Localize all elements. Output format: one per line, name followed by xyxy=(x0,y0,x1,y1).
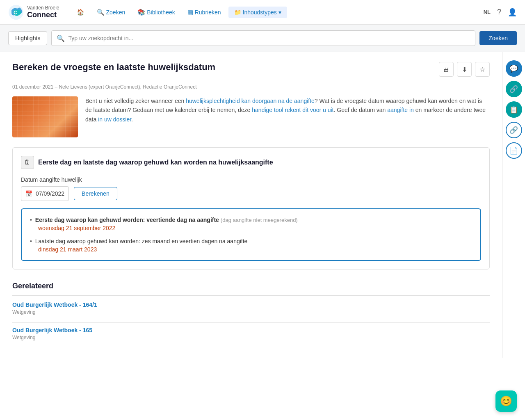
related-section: Gerelateerd Oud Burgerlijk Wetboek - 164… xyxy=(12,282,490,340)
result-label-2: • Laatste dag waarop gehuwd kan worden: … xyxy=(30,238,472,244)
calculate-button[interactable]: Berekenen xyxy=(74,187,117,200)
main-nav: 🏠 🔍 Zoeken 📚 Bibliotheek ▦ Rubrieken 📁 I… xyxy=(72,6,484,18)
search-icon: 🔍 xyxy=(57,34,65,42)
related-link-1[interactable]: Oud Burgerlijk Wetboek - 164/1 xyxy=(12,301,97,308)
link-in-uw-dossier[interactable]: in uw dossier xyxy=(98,116,131,123)
bookmark-button[interactable]: ☆ xyxy=(475,62,490,77)
grid-icon: ▦ xyxy=(187,9,193,16)
link-huwelijksplechtigheid[interactable]: huwelijksplechtigheid kan doorgaan na de… xyxy=(186,98,315,104)
calculator-icon: 🗓 xyxy=(21,156,34,169)
link-handige-tool[interactable]: handige tool rekent dit voor u uit xyxy=(252,107,333,113)
sidebar-copy-btn[interactable]: 📄 xyxy=(506,142,522,159)
bullet-1: • xyxy=(30,217,32,223)
tool-box: 🗓 Eerste dag en laatste dag waarop gehuw… xyxy=(12,147,490,269)
folder-icon: 📁 xyxy=(234,9,241,16)
main-container: Bereken de vroegste en laatste huwelijks… xyxy=(0,52,525,358)
calendar-icon: 📅 xyxy=(25,190,32,197)
search-bar: Highlights 🔍 Zoeken xyxy=(0,25,525,52)
related-item-2: Oud Burgerlijk Wetboek - 165 Wetgeving xyxy=(12,327,490,340)
chevron-down-icon: ▾ xyxy=(278,9,281,16)
article-meta: 01 december 2021 – Nele Lievens (expert … xyxy=(12,84,490,90)
print-button[interactable]: 🖨 xyxy=(439,62,454,77)
article-actions: 🖨 ⬇ ☆ xyxy=(439,62,490,77)
svg-text:C: C xyxy=(14,10,17,16)
result-box: • Eerste dag waarop kan gehuwd worden: v… xyxy=(21,208,481,261)
result-date-2: dinsdag 21 maart 2023 xyxy=(38,246,472,253)
home-icon: 🏠 xyxy=(77,9,84,16)
logo-icon: C xyxy=(8,5,24,20)
related-divider xyxy=(12,295,490,296)
sidebar-link-btn-1[interactable]: 🔗 xyxy=(506,81,522,97)
sidebar-list-btn[interactable]: 📋 xyxy=(506,101,522,118)
result-item-2: • Laatste dag waarop gehuwd kan worden: … xyxy=(30,238,472,253)
related-type-2: Wetgeving xyxy=(12,335,490,340)
nav-bibliotheek[interactable]: 📚 Bibliotheek xyxy=(132,6,180,18)
sidebar-link-btn-2[interactable]: 🔗 xyxy=(506,122,522,138)
article-text: Bent u niet volledig zeker wanneer een h… xyxy=(85,96,490,137)
tool-box-title: Eerste dag en laatste dag waarop gehuwd … xyxy=(38,159,273,166)
language-selector[interactable]: NL xyxy=(484,9,491,15)
bullet-2: • xyxy=(30,238,32,244)
library-icon: 📚 xyxy=(137,9,145,16)
result-date-1: woensdag 21 september 2022 xyxy=(38,225,472,231)
link-aangifte-in[interactable]: aangifte in xyxy=(387,107,414,113)
search-nav-icon: 🔍 xyxy=(97,9,105,16)
nav-inhoudstypes[interactable]: 📁 Inhoudstypes ▾ xyxy=(228,7,287,18)
search-input[interactable] xyxy=(68,35,470,41)
article-image xyxy=(12,96,78,137)
nav-home[interactable]: 🏠 xyxy=(72,6,89,18)
highlights-tab[interactable]: Highlights xyxy=(8,31,47,45)
header-right: NL ? 👤 xyxy=(484,8,517,17)
related-item-divider-1 xyxy=(12,322,490,323)
logo[interactable]: C Vanden Broele Connect xyxy=(8,5,59,20)
related-item-1: Oud Burgerlijk Wetboek - 164/1 Wetgeving xyxy=(12,301,490,315)
related-link-2[interactable]: Oud Burgerlijk Wetboek - 165 xyxy=(12,327,92,333)
article-title: Bereken de vroegste en laatste huwelijks… xyxy=(12,62,215,73)
help-icon[interactable]: ? xyxy=(497,8,501,16)
date-input-wrap: 📅 07/09/2022 xyxy=(21,186,69,201)
result-item-1: • Eerste dag waarop kan gehuwd worden: v… xyxy=(30,217,472,231)
nav-zoeken[interactable]: 🔍 Zoeken xyxy=(92,6,130,18)
date-input-row: 📅 07/09/2022 Berekenen xyxy=(21,186,481,201)
search-input-wrap: 🔍 xyxy=(51,30,475,46)
search-button[interactable]: Zoeken xyxy=(479,31,517,45)
article-body: Bent u niet volledig zeker wanneer een h… xyxy=(12,96,490,137)
sidebar-chat-btn[interactable]: 💬 xyxy=(506,60,522,77)
right-sidebar: 💬 🔗 📋 🔗 📄 xyxy=(502,52,525,358)
content-area: Bereken de vroegste en laatste huwelijks… xyxy=(0,52,502,358)
header: C Vanden Broele Connect 🏠 🔍 Zoeken 📚 Bib… xyxy=(0,0,525,25)
related-type-1: Wetgeving xyxy=(12,309,490,315)
date-value: 07/09/2022 xyxy=(36,190,64,197)
user-icon[interactable]: 👤 xyxy=(508,8,517,17)
nav-rubrieken[interactable]: ▦ Rubrieken xyxy=(183,6,226,18)
tool-box-header: 🗓 Eerste dag en laatste dag waarop gehuw… xyxy=(21,156,481,169)
field-label: Datum aangifte huwelijk xyxy=(21,176,481,183)
related-title: Gerelateerd xyxy=(12,282,490,290)
download-button[interactable]: ⬇ xyxy=(457,62,472,77)
result-label-1: • Eerste dag waarop kan gehuwd worden: v… xyxy=(30,217,472,223)
logo-text: Vanden Broele Connect xyxy=(27,5,59,20)
article-title-row: Bereken de vroegste en laatste huwelijks… xyxy=(12,62,490,79)
